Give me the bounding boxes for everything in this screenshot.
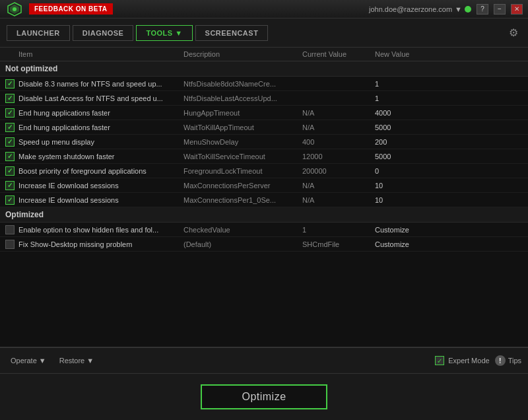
table-row[interactable]: ✓End hung applications fasterHungAppTime…	[0, 106, 528, 120]
tab-diagnose[interactable]: DIAGNOSE	[73, 25, 134, 41]
row-checkbox[interactable]: ✓	[5, 123, 15, 132]
row-current-value: N/A	[302, 182, 375, 190]
row-item-text: End hung applications faster	[18, 109, 183, 117]
table-row[interactable]: ✓Increase IE download sessionsMaxConnect…	[0, 178, 528, 193]
row-current-value: 12000	[302, 153, 375, 160]
close-button[interactable]: ✕	[511, 4, 523, 15]
tips-label: Tips	[508, 357, 521, 365]
titlebar-right: john.doe@razerzone.com ▼ ? − ✕	[369, 4, 523, 15]
tab-screencast[interactable]: SCREENCAST	[195, 25, 269, 41]
optimize-button[interactable]: Optimize	[201, 384, 327, 409]
feedback-button[interactable]: FEEDBACK ON BETA	[29, 3, 113, 15]
table-row[interactable]: ✓Make system shutdown fasterWaitToKillSe…	[0, 149, 528, 164]
row-current-value: N/A	[302, 196, 375, 204]
tips-icon: !	[495, 355, 506, 366]
razer-logo	[5, 0, 24, 18]
row-item-text: Increase IE download sessions	[18, 196, 183, 204]
row-checkbox[interactable]: ✓	[5, 94, 15, 103]
row-description: WaitToKillServiceTimeout	[183, 153, 302, 160]
help-button[interactable]: ?	[477, 4, 488, 15]
header-new-value: New Value	[375, 50, 441, 58]
tab-launcher[interactable]: LAUNCHER	[7, 25, 70, 41]
table-row[interactable]: ✓Boost priority of foreground applicatio…	[0, 164, 528, 178]
row-new-value: 0	[375, 167, 441, 175]
checkmark-icon: ✓	[7, 138, 13, 145]
table-row[interactable]: Fix Show-Desktop missing problem(Default…	[0, 237, 528, 252]
row-item-text: Fix Show-Desktop missing problem	[18, 240, 183, 248]
row-checkbox[interactable]	[5, 225, 15, 234]
row-item-text: End hung applications faster	[18, 123, 183, 131]
tips-button[interactable]: ! Tips	[495, 355, 521, 366]
main-content: Item Description Current Value New Value…	[0, 48, 528, 347]
header-description: Description	[183, 50, 302, 58]
settings-icon[interactable]: ⚙	[506, 25, 521, 41]
table-row[interactable]: ✓Disable 8.3 names for NTFS and speed up…	[0, 77, 528, 91]
operate-button[interactable]: Operate ▼	[7, 355, 50, 367]
row-checkbox[interactable]: ✓	[5, 195, 15, 205]
tabbar: LAUNCHER DIAGNOSE TOOLS ▼ SCREENCAST ⚙	[0, 18, 528, 48]
row-checkbox[interactable]: ✓	[5, 79, 15, 88]
checkmark-icon: ✓	[7, 109, 13, 116]
checkmark-icon: ✓	[7, 94, 13, 102]
row-item-text: Disable 8.3 names for NTFS and speed up.…	[18, 80, 183, 88]
row-new-value: 5000	[375, 153, 441, 160]
row-item-text: Disable Last Access for NTFS and speed u…	[18, 94, 183, 102]
row-current-value: 200000	[302, 167, 375, 175]
row-checkbox[interactable]: ✓	[5, 108, 15, 118]
header-item: Item	[5, 50, 183, 58]
table-row[interactable]: ✓End hung applications fasterWaitToKillA…	[0, 120, 528, 135]
row-new-value: Customize	[375, 226, 441, 234]
checkmark-icon: ✓	[7, 123, 13, 131]
row-new-value: Customize	[375, 240, 441, 248]
row-description: MaxConnectionsPer1_0Se...	[183, 196, 302, 204]
row-new-value: 5000	[375, 123, 441, 131]
row-item-text: Boost priority of foreground application…	[18, 167, 183, 175]
table-body: Not optimized✓Disable 8.3 names for NTFS…	[0, 61, 528, 347]
row-description: HungAppTimeout	[183, 109, 302, 117]
row-description: WaitToKillAppTimeout	[183, 123, 302, 131]
row-checkbox[interactable]	[5, 240, 15, 249]
row-item-text: Make system shutdown faster	[18, 153, 183, 160]
row-description: MaxConnectionsPerServer	[183, 182, 302, 190]
expert-mode-checkbox[interactable]: ✓	[435, 356, 444, 365]
table-row[interactable]: ✓Speed up menu displayMenuShowDelay40020…	[0, 135, 528, 149]
checkmark-icon: ✓	[7, 167, 13, 174]
row-description: NtfsDisableLastAccessUpd...	[183, 94, 302, 102]
user-email: john.doe@razerzone.com ▼	[369, 5, 471, 13]
table-row[interactable]: ✓Increase IE download sessionsMaxConnect…	[0, 193, 528, 207]
row-description: ForegroundLockTimeout	[183, 167, 302, 175]
row-current-value: 1	[302, 226, 375, 234]
expert-mode-checkmark: ✓	[437, 357, 442, 365]
table-row[interactable]: ✓Disable Last Access for NTFS and speed …	[0, 91, 528, 106]
expert-mode-section: ✓ Expert Mode	[435, 356, 489, 365]
row-checkbox[interactable]: ✓	[5, 152, 15, 161]
row-new-value: 10	[375, 182, 441, 190]
row-item-text: Enable option to show hidden files and f…	[18, 226, 183, 234]
checkmark-icon: ✓	[7, 182, 13, 189]
tab-tools[interactable]: TOOLS ▼	[136, 25, 192, 41]
row-new-value: 200	[375, 138, 441, 146]
restore-button[interactable]: Restore ▼	[55, 355, 98, 367]
row-checkbox[interactable]: ✓	[5, 166, 15, 176]
table-header: Item Description Current Value New Value	[0, 48, 528, 61]
checkmark-icon: ✓	[7, 80, 13, 87]
row-item-text: Speed up menu display	[18, 138, 183, 146]
email-text: john.doe@razerzone.com	[369, 5, 452, 13]
dropdown-arrow[interactable]: ▼	[455, 5, 462, 13]
minimize-button[interactable]: −	[494, 4, 506, 15]
row-current-value: 400	[302, 138, 375, 146]
row-checkbox[interactable]: ✓	[5, 137, 15, 147]
titlebar: FEEDBACK ON BETA john.doe@razerzone.com …	[0, 0, 528, 18]
row-current-value: N/A	[302, 123, 375, 131]
optimize-area: Optimize	[0, 374, 528, 420]
titlebar-left: FEEDBACK ON BETA	[5, 0, 113, 18]
row-description: CheckedValue	[183, 226, 302, 234]
table-row[interactable]: Enable option to show hidden files and f…	[0, 223, 528, 237]
row-checkbox[interactable]: ✓	[5, 181, 15, 190]
row-current-value: N/A	[302, 109, 375, 117]
header-current-value: Current Value	[302, 50, 375, 58]
row-new-value: 1	[375, 80, 441, 88]
bottom-toolbar: Operate ▼ Restore ▼ ✓ Expert Mode ! Tips	[0, 347, 528, 374]
checkmark-icon: ✓	[7, 196, 13, 203]
row-new-value: 1	[375, 94, 441, 102]
